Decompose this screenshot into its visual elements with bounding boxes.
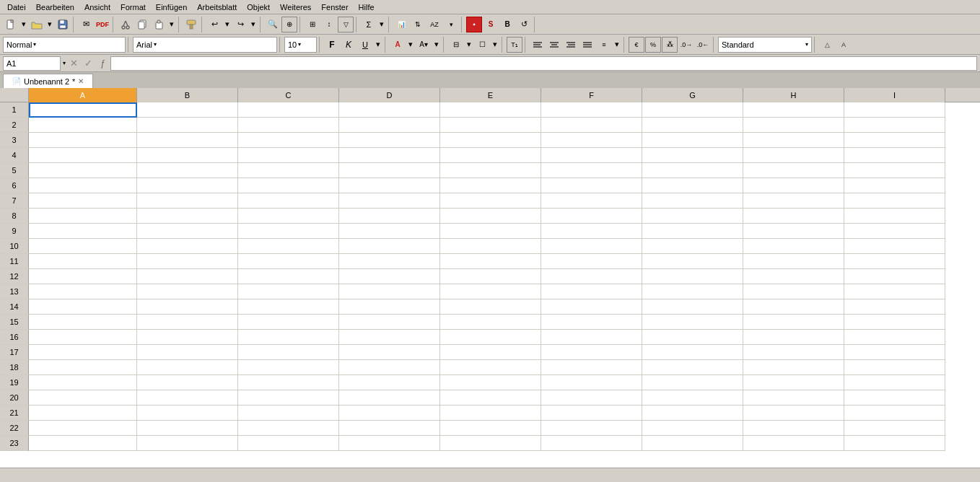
cell-H20[interactable] [743,390,844,406]
cell-A15[interactable] [29,315,137,330]
row-header-5[interactable]: 5 [0,163,29,178]
cell-E22[interactable] [440,421,541,436]
cell-A9[interactable] [29,224,137,239]
cell-A14[interactable] [29,299,137,315]
cell-G23[interactable] [642,436,743,451]
cell-E23[interactable] [440,436,541,451]
cell-C18[interactable] [238,360,339,375]
cell-G22[interactable] [642,421,743,436]
row-header-17[interactable]: 17 [0,345,29,360]
corner-cell[interactable] [0,88,29,102]
cell-A11[interactable] [29,254,137,269]
cell-A8[interactable] [29,209,137,224]
cell-G6[interactable] [642,178,743,193]
menu-ansicht[interactable]: Ansicht [80,1,115,13]
cell-B15[interactable] [137,315,238,330]
cell-D17[interactable] [339,345,440,360]
cell-B8[interactable] [137,209,238,224]
paste-button[interactable] [151,17,167,32]
cell-H6[interactable] [743,178,844,193]
cell-B11[interactable] [137,254,238,269]
cell-H13[interactable] [743,284,844,299]
cell-E3[interactable] [440,133,541,148]
cell-C21[interactable] [238,406,339,421]
cell-D11[interactable] [339,254,440,269]
bold-button[interactable]: F [324,37,340,53]
row-header-22[interactable]: 22 [0,421,29,436]
cell-G19[interactable] [642,375,743,390]
cell-E21[interactable] [440,406,541,421]
cell-H23[interactable] [743,436,844,451]
undo-dropdown[interactable]: ▾ [223,17,232,32]
cell-F7[interactable] [541,193,642,209]
sheet-tab-1[interactable]: 📄 Unbenannt 2 * ✕ [3,74,93,88]
align-right-button[interactable] [563,37,579,53]
cell-I6[interactable] [844,178,945,193]
cell-F6[interactable] [541,178,642,193]
cell-G18[interactable] [642,360,743,375]
row-header-20[interactable]: 20 [0,390,29,406]
function-wizard-btn[interactable]: ƒ [96,57,109,70]
menu-hilfe[interactable]: Hilfe [354,1,379,13]
cell-F9[interactable] [541,224,642,239]
formula-cancel-btn[interactable]: ✕ [67,57,80,70]
cell-H1[interactable] [743,102,844,118]
row-header-4[interactable]: 4 [0,148,29,163]
cell-E16[interactable] [440,330,541,345]
cell-A19[interactable] [29,375,137,390]
row-header-12[interactable]: 12 [0,269,29,284]
cell-H16[interactable] [743,330,844,345]
row-header-7[interactable]: 7 [0,193,29,209]
row-header-19[interactable]: 19 [0,375,29,390]
cell-E11[interactable] [440,254,541,269]
sort-btn2[interactable]: AZ [426,17,442,32]
cell-I20[interactable] [844,390,945,406]
cell-D10[interactable] [339,239,440,254]
cell-D20[interactable] [339,390,440,406]
cell-C14[interactable] [238,299,339,315]
cell-A16[interactable] [29,330,137,345]
cell-C9[interactable] [238,224,339,239]
cell-B3[interactable] [137,133,238,148]
col-header-b[interactable]: B [137,88,238,102]
increase-decimal[interactable]: .0→ [678,37,694,53]
align-block-button[interactable]: ≡ [596,37,612,53]
cell-A23[interactable] [29,436,137,451]
cell-D3[interactable] [339,133,440,148]
cell-G7[interactable] [642,193,743,209]
cell-C1[interactable] [238,102,339,118]
cell-D21[interactable] [339,406,440,421]
cell-F21[interactable] [541,406,642,421]
cell-C23[interactable] [238,436,339,451]
cell-A17[interactable] [29,345,137,360]
cell-D8[interactable] [339,209,440,224]
redo-dropdown[interactable]: ▾ [249,17,258,32]
sort-btn3[interactable]: ▾ [443,17,459,32]
zoom-button[interactable]: ⊞ [305,17,320,32]
cell-F1[interactable] [541,102,642,118]
cell-A22[interactable] [29,421,137,436]
borders-dropdown[interactable]: ▾ [465,37,473,53]
cell-E12[interactable] [440,269,541,284]
cell-I21[interactable] [844,406,945,421]
underline-button[interactable]: U [357,37,373,53]
cell-C17[interactable] [238,345,339,360]
cell-B7[interactable] [137,193,238,209]
cell-H9[interactable] [743,224,844,239]
cell-D12[interactable] [339,269,440,284]
cell-B18[interactable] [137,360,238,375]
cell-I5[interactable] [844,163,945,178]
col-header-e[interactable]: E [440,88,541,102]
cell-F12[interactable] [541,269,642,284]
cell-F8[interactable] [541,209,642,224]
cell-I3[interactable] [844,133,945,148]
row-header-11[interactable]: 11 [0,254,29,269]
sort-asc-button[interactable]: ↕ [321,17,337,32]
cell-G5[interactable] [642,163,743,178]
cell-D16[interactable] [339,330,440,345]
cell-A20[interactable] [29,390,137,406]
cell-G16[interactable] [642,330,743,345]
cell-B16[interactable] [137,330,238,345]
cell-H19[interactable] [743,375,844,390]
row-header-15[interactable]: 15 [0,315,29,330]
